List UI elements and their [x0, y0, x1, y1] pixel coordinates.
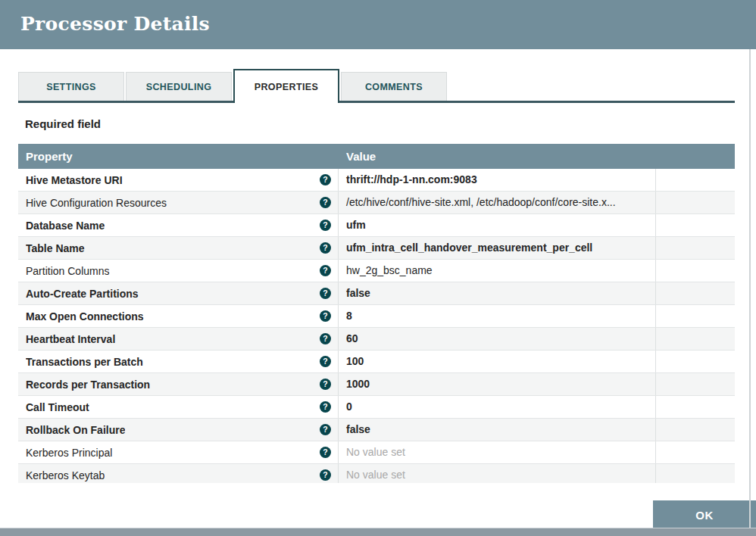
property-name-cell: Auto-Create Partitions ? — [18, 282, 339, 304]
property-value: /etc/hive/conf/hive-site.xml, /etc/hadoo… — [339, 192, 656, 213]
row-spacer-cell — [656, 464, 735, 483]
row-spacer-cell — [656, 214, 735, 236]
property-row: Heartbeat Interval ? 60 — [18, 328, 735, 351]
help-icon[interactable]: ? — [320, 288, 331, 299]
required-field-label: Required field — [25, 117, 101, 130]
ok-button[interactable]: OK — [653, 500, 756, 529]
tab-bar: SETTINGS SCHEDULING PROPERTIES COMMENTS — [18, 71, 735, 103]
property-row: Records per Transaction ? 1000 — [18, 373, 735, 396]
property-value: ufm_intra_cell_handover_measurement_per_… — [339, 237, 656, 259]
property-name-cell: Call Timeout ? — [18, 396, 339, 418]
property-row: Transactions per Batch ? 100 — [18, 351, 735, 373]
tab-properties[interactable]: PROPERTIES — [233, 69, 339, 103]
help-icon[interactable]: ? — [320, 356, 331, 367]
row-spacer-cell — [656, 396, 735, 418]
property-name: Database Name — [26, 220, 105, 232]
dialog-title: Processor Details — [20, 13, 210, 35]
row-spacer-cell — [656, 282, 735, 304]
help-icon[interactable]: ? — [320, 447, 331, 458]
row-spacer-cell — [656, 351, 735, 372]
tab-list: SETTINGS SCHEDULING PROPERTIES COMMENTS — [18, 71, 735, 103]
property-name: Records per Transaction — [26, 379, 150, 391]
property-name: Rollback On Failure — [26, 424, 125, 436]
tab-label: SCHEDULING — [146, 82, 212, 92]
help-icon[interactable]: ? — [320, 379, 331, 390]
dialog-right-border — [749, 49, 751, 528]
help-icon[interactable]: ? — [320, 333, 331, 344]
help-icon[interactable]: ? — [320, 174, 331, 185]
help-icon[interactable]: ? — [320, 242, 331, 254]
tab-comments[interactable]: COMMENTS — [341, 72, 447, 101]
table-header-row: Property Value — [18, 144, 735, 169]
property-name-cell: Kerberos Principal ? — [18, 441, 339, 463]
tab-label: SETTINGS — [46, 82, 96, 92]
property-value: 100 — [339, 351, 656, 372]
row-spacer-cell — [656, 192, 735, 213]
tab-settings[interactable]: SETTINGS — [18, 72, 124, 101]
tab-underline — [18, 101, 735, 103]
help-icon[interactable]: ? — [320, 424, 331, 435]
property-row: Hive Metastore URI ? thrift://hdp-1-nn.c… — [18, 169, 735, 192]
property-value: 60 — [339, 328, 656, 350]
property-value: 0 — [339, 396, 656, 418]
property-row: Kerberos Keytab ? No value set — [18, 464, 735, 483]
help-icon[interactable]: ? — [320, 197, 331, 208]
tab-scheduling[interactable]: SCHEDULING — [126, 72, 232, 101]
property-name-cell: Transactions per Batch ? — [18, 351, 339, 372]
property-name: Heartbeat Interval — [26, 333, 115, 345]
property-value: hw_2g_bsc_name — [339, 260, 656, 282]
property-row: Rollback On Failure ? false — [18, 419, 735, 441]
property-name-cell: Rollback On Failure ? — [18, 419, 339, 441]
help-icon[interactable]: ? — [320, 469, 331, 481]
property-name: Hive Configuration Resources — [26, 197, 167, 209]
property-value: 1000 — [339, 373, 656, 395]
property-name-cell: Database Name ? — [18, 214, 339, 236]
property-row: Table Name ? ufm_intra_cell_handover_mea… — [18, 237, 735, 260]
property-name-cell: Table Name ? — [18, 237, 339, 259]
column-header-property: Property — [18, 144, 339, 169]
property-name: Kerberos Keytab — [26, 469, 105, 481]
property-name-cell: Kerberos Keytab ? — [18, 464, 339, 483]
property-row: Kerberos Principal ? No value set — [18, 441, 735, 464]
tab-label: PROPERTIES — [255, 82, 319, 92]
help-icon[interactable]: ? — [320, 310, 331, 322]
property-name: Table Name — [26, 242, 85, 254]
page-bottom-edge — [0, 528, 756, 536]
property-name: Partition Columns — [26, 265, 110, 277]
property-value: thrift://hdp-1-nn.com:9083 — [339, 169, 656, 191]
property-row: Auto-Create Partitions ? false — [18, 282, 735, 305]
property-name-cell: Records per Transaction ? — [18, 373, 339, 395]
property-row: Max Open Connections ? 8 — [18, 305, 735, 328]
property-value: No value set — [339, 441, 656, 463]
property-row: Partition Columns ? hw_2g_bsc_name — [18, 260, 735, 282]
dialog-header: Processor Details — [0, 0, 756, 49]
property-name-cell: Partition Columns ? — [18, 260, 339, 282]
column-header-spacer — [656, 144, 735, 169]
property-name: Hive Metastore URI — [26, 174, 123, 186]
property-name-cell: Heartbeat Interval ? — [18, 328, 339, 350]
row-spacer-cell — [656, 305, 735, 327]
property-row: Call Timeout ? 0 — [18, 396, 735, 419]
row-spacer-cell — [656, 169, 735, 191]
property-name: Max Open Connections — [26, 310, 144, 323]
help-icon[interactable]: ? — [320, 401, 331, 413]
row-spacer-cell — [656, 419, 735, 441]
row-spacer-cell — [656, 260, 735, 282]
property-value: false — [339, 282, 656, 304]
properties-table: Property Value Hive Metastore URI ? thri… — [18, 144, 735, 483]
property-name-cell: Hive Metastore URI ? — [18, 169, 339, 191]
help-icon[interactable]: ? — [320, 220, 331, 231]
property-name-cell: Max Open Connections ? — [18, 305, 339, 327]
property-name: Call Timeout — [26, 401, 89, 413]
processor-details-dialog: Processor Details SETTINGS SCHEDULING PR… — [0, 0, 756, 536]
row-spacer-cell — [656, 441, 735, 463]
property-name: Auto-Create Partitions — [26, 288, 139, 300]
table-body[interactable]: Hive Metastore URI ? thrift://hdp-1-nn.c… — [18, 169, 735, 483]
row-spacer-cell — [656, 237, 735, 259]
column-header-value: Value — [339, 144, 656, 169]
tab-label: COMMENTS — [365, 82, 423, 92]
property-row: Hive Configuration Resources ? /etc/hive… — [18, 192, 735, 214]
property-value: 8 — [339, 305, 656, 327]
help-icon[interactable]: ? — [320, 265, 331, 276]
property-row: Database Name ? ufm — [18, 214, 735, 237]
